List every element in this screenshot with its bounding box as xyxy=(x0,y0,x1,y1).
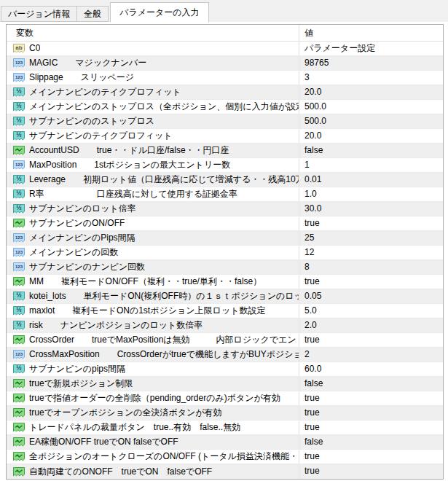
param-name: kotei_lots 単利モードON(複利OFF時）の１ｓｔポジションのロット数 xyxy=(29,289,299,303)
integer-icon: 123 xyxy=(13,73,25,82)
table-row[interactable]: ½メインナンピンのストップロス（全ポジション、個別に入力値が設定される）500.… xyxy=(7,100,443,114)
table-row[interactable]: 123メインナンピンのPips間隔25 xyxy=(7,231,443,246)
table-row[interactable]: ½サブナンピンのpips間隔60.0 xyxy=(7,362,443,377)
param-name-cell: ½メインナンピンのストップロス（全ポジション、個別に入力値が設定される） xyxy=(7,100,299,114)
param-value-cell[interactable]: 2.0 xyxy=(299,318,443,332)
param-value-cell[interactable]: 3 xyxy=(299,71,443,85)
boolean-icon xyxy=(13,379,25,388)
table-row[interactable]: 123サブナンピンのナンピン回数8 xyxy=(7,260,443,275)
param-value-cell[interactable]: パラメーター設定 xyxy=(299,42,443,55)
table-row[interactable]: CrossOrder trueでMaxPositionは無効 内部ロジックでエン… xyxy=(7,333,443,348)
table-row[interactable]: ½サブナンピンのテイクプロフィット20.0 xyxy=(7,129,443,144)
integer-icon: 123 xyxy=(13,248,25,257)
parameters-panel: 変数 値 abC0パラメーター設定123MAGIC マジックナンバー987651… xyxy=(0,22,448,481)
param-name-cell: EA稼働ON/OFF trueでON falseでOFF xyxy=(7,435,299,449)
table-row[interactable]: AccountUSD true・・ドル口座/false・・円口座false xyxy=(7,144,443,158)
svg-text:½: ½ xyxy=(16,102,22,109)
column-header-value[interactable]: 値 xyxy=(299,25,443,41)
param-value-cell[interactable]: 30.0 xyxy=(299,202,443,216)
param-value-cell[interactable]: true xyxy=(299,333,443,347)
param-value-cell[interactable]: 1 xyxy=(299,158,443,172)
param-name-cell: ½サブナンピンのpips間隔 xyxy=(7,362,299,376)
table-row[interactable]: abC0パラメーター設定 xyxy=(7,42,443,56)
param-name-cell: ½Leverage 初期ロット値（口座残高に応じて増減する・・残高10万円だと1… xyxy=(7,173,299,187)
param-name: Slippage スリッページ xyxy=(29,71,134,85)
table-row[interactable]: ½サブナンピンのロット倍率30.0 xyxy=(7,202,443,216)
param-value-cell[interactable]: 5.0 xyxy=(299,304,443,318)
param-value-cell[interactable]: false xyxy=(299,377,443,391)
param-name-cell: ½kotei_lots 単利モードON(複利OFF時）の１ｓｔポジションのロット… xyxy=(7,289,299,303)
param-name: trueでオープンポジションの全決済ボタンが有効 xyxy=(29,406,222,420)
param-name: AccountUSD true・・ドル口座/false・・円口座 xyxy=(29,144,229,157)
param-name: メインナンピンのPips間隔 xyxy=(29,231,135,245)
param-name: risk ナンピンポジションのロット数倍率 xyxy=(29,318,203,332)
param-value-cell[interactable]: 500.0 xyxy=(299,114,443,128)
param-name: 自動両建てのONOFF trueでON falseでOFF xyxy=(29,465,212,479)
table-row[interactable]: trueでオープンポジションの全決済ボタンが有効true xyxy=(7,406,443,421)
param-value-cell[interactable]: 0.05 xyxy=(299,289,443,303)
param-value-cell[interactable]: true xyxy=(299,450,443,464)
param-name-cell: 123MAGIC マジックナンバー xyxy=(7,56,299,70)
param-value-cell[interactable]: true xyxy=(299,464,443,479)
table-row[interactable]: ½サブナンピンののストップロス500.0 xyxy=(7,114,443,129)
integer-icon: 123 xyxy=(13,350,25,359)
param-value-cell[interactable]: true xyxy=(299,406,443,420)
svg-text:½: ½ xyxy=(16,204,22,211)
tab-common[interactable]: 全般 xyxy=(77,6,109,22)
table-row[interactable]: ½risk ナンピンポジションのロット数倍率2.0 xyxy=(7,318,443,333)
param-value-cell[interactable]: 12 xyxy=(299,246,443,259)
boolean-icon xyxy=(13,394,25,403)
table-row[interactable]: サブナンピンのON/OFFtrue xyxy=(7,216,443,231)
param-value-cell[interactable]: false xyxy=(299,435,443,449)
param-value-cell[interactable]: true xyxy=(299,421,443,434)
double-icon: ½ xyxy=(13,87,25,97)
param-value-cell[interactable]: 1.0 xyxy=(299,187,443,201)
table-row[interactable]: trueで新規ポジション制限false xyxy=(7,377,443,391)
param-value-cell[interactable]: true xyxy=(299,391,443,405)
param-value-cell[interactable]: 20.0 xyxy=(299,85,443,99)
param-name: R率 口座残高に対して使用する証拠金率 xyxy=(29,187,237,201)
table-row[interactable]: ½maxlot 複利モードONの1stポジション上限ロット数設定5.0 xyxy=(7,304,443,318)
boolean-icon xyxy=(13,437,25,447)
param-value-cell[interactable]: 98765 xyxy=(299,56,443,70)
param-value-cell[interactable]: true xyxy=(299,216,443,230)
tab-parameter-input[interactable]: パラメーターの入力 xyxy=(110,2,208,23)
table-row[interactable]: MM 複利モードON/OFF（複利・・true/単利・・false）true xyxy=(7,275,443,289)
table-row[interactable]: trueで指値オーダーの全削除（pending_orderのみ)ボタンが有効tr… xyxy=(7,391,443,406)
table-row[interactable]: ½R率 口座残高に対して使用する証拠金率1.0 xyxy=(7,187,443,202)
boolean-icon xyxy=(13,423,25,432)
table-row[interactable]: 123メインナンピンの回数12 xyxy=(7,246,443,260)
table-row[interactable]: ½kotei_lots 単利モードON(複利OFF時）の１ｓｔポジションのロット… xyxy=(7,289,443,304)
tab-version-info[interactable]: バージョン情報 xyxy=(1,6,77,22)
table-row[interactable]: EA稼働ON/OFF trueでON falseでOFFfalse xyxy=(7,435,443,450)
table-row[interactable]: 自動両建てのONOFF trueでON falseでOFFtrue xyxy=(7,464,443,479)
table-row[interactable]: ½メインナンピンのテイクプロフィット20.0 xyxy=(7,85,443,100)
column-header-variable[interactable]: 変数 xyxy=(7,25,299,41)
table-row[interactable]: 123CrossMaxPosition CrossOrderがtrueで機能しま… xyxy=(7,348,443,362)
table-row[interactable]: 123MAGIC マジックナンバー98765 xyxy=(7,56,443,71)
param-value-cell[interactable]: 60.0 xyxy=(299,362,443,376)
boolean-icon xyxy=(13,146,25,155)
double-icon: ½ xyxy=(13,321,25,330)
table-row[interactable]: 123MaxPosition 1stポジションの最大エントリー数1 xyxy=(7,158,443,173)
param-name: trueで指値オーダーの全削除（pending_orderのみ)ボタンが有効 xyxy=(29,391,280,405)
param-value-cell[interactable]: 500.0 xyxy=(299,100,443,114)
svg-text:123: 123 xyxy=(15,75,23,79)
param-value-cell[interactable]: 8 xyxy=(299,260,443,274)
param-name-cell: ½risk ナンピンポジションのロット数倍率 xyxy=(7,318,299,332)
param-value-cell[interactable]: 2 xyxy=(299,348,443,361)
param-value-cell[interactable]: false xyxy=(299,144,443,157)
param-name-cell: ½maxlot 複利モードONの1stポジション上限ロット数設定 xyxy=(7,304,299,318)
param-value-cell[interactable]: 20.0 xyxy=(299,129,443,143)
param-name-cell: trueで指値オーダーの全削除（pending_orderのみ)ボタンが有効 xyxy=(7,391,299,405)
integer-icon: 123 xyxy=(13,58,25,68)
table-row[interactable]: トレードパネルの裁量ボタン true..有効 false..無効true xyxy=(7,421,443,435)
svg-text:½: ½ xyxy=(16,87,22,95)
param-value-cell[interactable]: 0.01 xyxy=(299,173,443,187)
param-value-cell[interactable]: true xyxy=(299,275,443,289)
param-name-cell: 123MaxPosition 1stポジションの最大エントリー数 xyxy=(7,158,299,172)
table-row[interactable]: ½Leverage 初期ロット値（口座残高に応じて増減する・・残高10万円だと1… xyxy=(7,173,443,187)
table-row[interactable]: 123Slippage スリッページ3 xyxy=(7,71,443,85)
param-value-cell[interactable]: 25 xyxy=(299,231,443,245)
table-row[interactable]: 全ポジションのオートクローズのON/OFF (トータル損益決済機能・・TP設定値… xyxy=(7,450,443,464)
